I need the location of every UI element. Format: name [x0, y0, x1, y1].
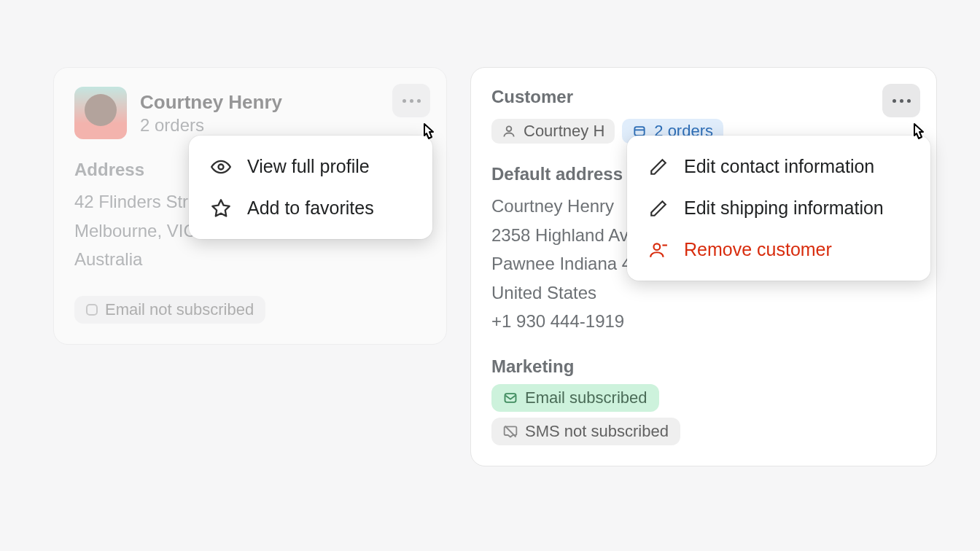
badge-label: SMS not subscribed: [525, 422, 669, 441]
badge-row: SMS not subscribed: [491, 418, 916, 445]
chat-off-icon: [503, 424, 518, 439]
marketing-label: Marketing: [491, 356, 916, 377]
more-actions-button[interactable]: [392, 84, 430, 117]
mail-icon: [503, 391, 518, 405]
square-icon: [86, 304, 98, 316]
svg-point-2: [507, 126, 512, 131]
actions-popover: Edit contact information Edit shipping i…: [627, 136, 930, 281]
address-line: +1 930 444-1919: [491, 307, 916, 336]
eye-icon: [211, 157, 231, 177]
pencil-icon: [649, 199, 668, 218]
ellipsis-icon: [892, 99, 911, 103]
badge-row: Email subscribed: [491, 384, 916, 412]
customer-info: Courtney Henry 2 orders: [140, 91, 282, 136]
star-icon: [211, 198, 231, 219]
cursor-pointer-icon: [907, 121, 929, 149]
svg-marker-1: [212, 200, 229, 216]
address-line: Australia: [74, 245, 426, 274]
badge-label: Email subscribed: [525, 388, 648, 407]
email-subscription-badge: Email not subscribed: [74, 296, 265, 324]
edit-contact-info-item[interactable]: Edit contact information: [627, 146, 930, 187]
svg-point-0: [219, 164, 224, 169]
address-line: United States: [491, 278, 916, 308]
menu-item-label: Edit contact information: [684, 156, 874, 177]
menu-item-label: View full profile: [247, 156, 370, 177]
card-heading: Customer: [491, 87, 916, 107]
ellipsis-icon: [402, 99, 421, 103]
orders-count: 2 orders: [140, 115, 282, 136]
svg-rect-3: [635, 127, 645, 136]
menu-item-label: Add to favorites: [247, 198, 374, 219]
customer-name-chip[interactable]: Courtney H: [491, 119, 615, 144]
remove-customer-item[interactable]: Remove customer: [627, 229, 930, 270]
badge-row: Email not subscribed: [74, 296, 426, 324]
customer-header: Courtney Henry 2 orders: [74, 87, 426, 139]
svg-point-6: [654, 243, 661, 250]
email-subscribed-badge: Email subscribed: [491, 384, 659, 412]
cursor-pointer-icon: [417, 121, 439, 149]
menu-item-label: Edit shipping information: [684, 198, 884, 219]
svg-rect-4: [505, 394, 516, 402]
pencil-icon: [649, 157, 668, 176]
edit-shipping-info-item[interactable]: Edit shipping information: [627, 187, 930, 229]
person-icon: [502, 124, 516, 138]
more-actions-button[interactable]: [882, 84, 920, 117]
person-remove-icon: [649, 241, 668, 259]
sms-not-subscribed-badge: SMS not subscribed: [491, 418, 680, 445]
menu-item-label: Remove customer: [684, 239, 832, 260]
customer-name: Courtney Henry: [140, 91, 282, 114]
chip-label: Courtney H: [524, 122, 604, 141]
actions-popover: View full profile Add to favorites: [189, 136, 432, 239]
badge-label: Email not subscribed: [105, 300, 254, 319]
view-full-profile-item[interactable]: View full profile: [189, 146, 432, 187]
add-to-favorites-item[interactable]: Add to favorites: [189, 187, 432, 229]
avatar: [74, 87, 127, 139]
